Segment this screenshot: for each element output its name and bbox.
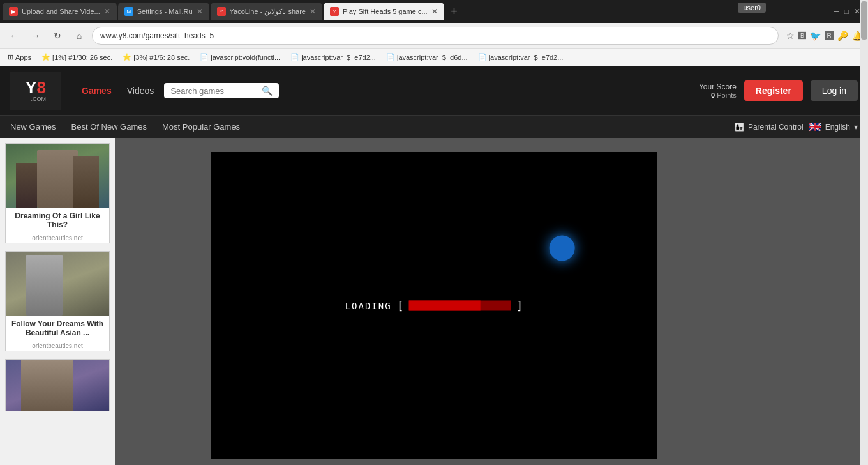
score-label: Your Score [699, 82, 737, 91]
back-button[interactable]: ← [5, 27, 23, 45]
loading-text: LOADING [345, 300, 392, 310]
nav-games[interactable]: Games [82, 86, 112, 96]
main-content: Dreaming Of a Girl Like This? orientbeau… [0, 138, 868, 465]
tab-label: Settings - Mail.Ru [137, 8, 193, 15]
score-value: 0 [711, 91, 715, 99]
nav-videos[interactable]: Videos [127, 86, 154, 96]
tab-favicon: Y [330, 7, 339, 16]
loading-bar-fill [409, 300, 481, 310]
score-section: Your Score 0 Points [699, 82, 737, 99]
nav2-most-popular[interactable]: Most Popular Games [162, 118, 240, 135]
tab-close-btn[interactable]: ✕ [104, 7, 110, 16]
bookmark-icon-2: ⭐ [123, 53, 131, 61]
search-input[interactable] [170, 86, 257, 96]
maximize-btn[interactable]: □ [844, 7, 849, 16]
bookmark-4[interactable]: 📄 javascript:var_$_e7d2... [288, 52, 378, 63]
game-frame[interactable]: LOADING [ ] [211, 152, 657, 459]
close-btn[interactable]: ✕ [854, 7, 860, 16]
bookmark-1[interactable]: ⭐ [1%] #1/30: 26 sec. [39, 52, 115, 63]
address-bar[interactable]: www.y8.com/games/sift_heads_5 [92, 27, 779, 45]
tab-close-btn[interactable]: ✕ [310, 7, 316, 16]
bookmark-label: javascript:var_$_e7d2... [489, 54, 564, 61]
parental-control[interactable]: 👨‍👧 Parental Control [735, 123, 804, 132]
bookmark-6[interactable]: 📄 javascript:var_$_e7d2... [475, 52, 566, 63]
browser-icon-4[interactable]: 🔑 [837, 31, 848, 41]
tab-bar: user0 ▶ Upload and Share Vide... ✕ M Set… [0, 0, 868, 23]
bookmark-icon-1: ⭐ [41, 53, 50, 61]
scrollbar[interactable] [860, 66, 868, 465]
loading-bracket-close: ] [516, 299, 523, 312]
header-right: Your Score 0 Points Register Log in [699, 80, 858, 101]
bookmark-apps[interactable]: ⊞ Apps [5, 52, 34, 63]
home-button[interactable]: ⌂ [70, 27, 88, 45]
user-indicator: user0 [738, 3, 766, 13]
score-value-row: 0 Points [699, 91, 737, 99]
header-nav2: New Games Best Of New Games Most Popular… [0, 115, 868, 138]
cursor-indicator [550, 236, 575, 261]
tab-upload[interactable]: ▶ Upload and Share Vide... ✕ [3, 3, 117, 20]
parental-icon: 👨‍👧 [735, 123, 744, 132]
browser-icon-3[interactable]: 🅱 [825, 31, 834, 41]
bookmark-star-icon[interactable]: ☆ [786, 31, 795, 41]
bookmark-label: javascript:var_$_d6d... [397, 54, 468, 61]
nav2-new-games[interactable]: New Games [10, 118, 56, 135]
tab-siftheads[interactable]: Y Play Sift Heads 5 game c... ✕ [324, 3, 444, 20]
site-header: Y8 .COM Games Videos 🔍 Your Score 0 [0, 66, 868, 138]
ad-source-2: orientbeauties.net [6, 341, 109, 351]
site-logo[interactable]: Y8 .COM [10, 72, 61, 110]
loading-bracket-open: [ [397, 299, 404, 312]
new-tab-button[interactable]: + [445, 3, 463, 20]
bookmark-2[interactable]: ⭐ [3%] #1/6: 28 sec. [120, 52, 192, 63]
parental-label: Parental Control [748, 123, 804, 132]
tab-favicon: Y [217, 7, 226, 16]
login-button[interactable]: Log in [811, 80, 858, 101]
tab-yacoline[interactable]: Y YacoLine - یاکولاین share ✕ [211, 3, 322, 20]
ad-title-2: Follow Your Dreams With Beautiful Asian … [6, 316, 109, 341]
tab-label: YacoLine - یاکولاین share [230, 8, 306, 16]
minimize-btn[interactable]: ─ [834, 7, 839, 16]
right-sidebar [753, 138, 868, 465]
bookmark-icon-4: 📄 [290, 53, 299, 61]
tab-close-btn[interactable]: ✕ [197, 7, 203, 16]
logo-8: 8 [36, 78, 45, 97]
flag-icon: 🇬🇧 [809, 121, 821, 133]
bookmark-label: javascript:void(functi... [211, 54, 280, 61]
refresh-button[interactable]: ↻ [49, 27, 66, 45]
bookmark-label: [3%] #1/6: 28 sec. [133, 54, 190, 61]
ad-source-1: orientbeauties.net [6, 233, 109, 243]
address-text: www.y8.com/games/sift_heads_5 [100, 31, 214, 40]
bookmark-5[interactable]: 📄 javascript:var_$_d6d... [384, 52, 470, 63]
tab-mail[interactable]: M Settings - Mail.Ru ✕ [118, 3, 209, 20]
browser-chrome: user0 ▶ Upload and Share Vide... ✕ M Set… [0, 0, 868, 66]
game-wrapper: LOADING [ ] [115, 138, 753, 465]
bookmark-label: [1%] #1/30: 26 sec. [52, 54, 112, 61]
tab-favicon: M [124, 7, 133, 16]
loading-bar [409, 300, 511, 310]
ad-block-3[interactable] [5, 359, 110, 411]
header-main: Y8 .COM Games Videos 🔍 Your Score 0 [0, 66, 868, 115]
nav2-best-new[interactable]: Best Of New Games [71, 118, 147, 135]
ad-image-1 [6, 144, 109, 208]
nav2-right: 👨‍👧 Parental Control 🇬🇧 English ▾ [735, 121, 858, 133]
bookmark-icon-6: 📄 [478, 53, 487, 61]
game-area[interactable]: LOADING [ ] [115, 138, 753, 465]
points-label: Points [717, 91, 737, 99]
bookmark-icon-3: 📄 [200, 53, 209, 61]
language-selector[interactable]: 🇬🇧 English ▾ [809, 121, 858, 133]
search-box: 🔍 [164, 83, 279, 98]
ad-block-1[interactable]: Dreaming Of a Girl Like This? orientbeau… [5, 143, 110, 243]
ad-block-2[interactable]: Follow Your Dreams With Beautiful Asian … [5, 251, 110, 351]
search-icon[interactable]: 🔍 [262, 86, 273, 96]
bookmark-label: javascript:var_$_e7d2... [301, 54, 376, 61]
forward-button[interactable]: → [27, 27, 45, 45]
logo-text: Y8 .COM [26, 79, 46, 102]
register-button[interactable]: Register [744, 80, 803, 101]
loading-bar-container: LOADING [ ] [345, 299, 523, 312]
header-nav: Games Videos [82, 86, 154, 96]
bookmark-label: Apps [15, 54, 31, 61]
browser-icon-2[interactable]: 🐦 [810, 31, 821, 41]
browser-icon-1[interactable]: 🅱 [798, 31, 806, 40]
tab-close-btn[interactable]: ✕ [431, 7, 438, 16]
bookmark-icon-5: 📄 [386, 53, 395, 61]
bookmark-3[interactable]: 📄 javascript:void(functi... [197, 52, 283, 63]
